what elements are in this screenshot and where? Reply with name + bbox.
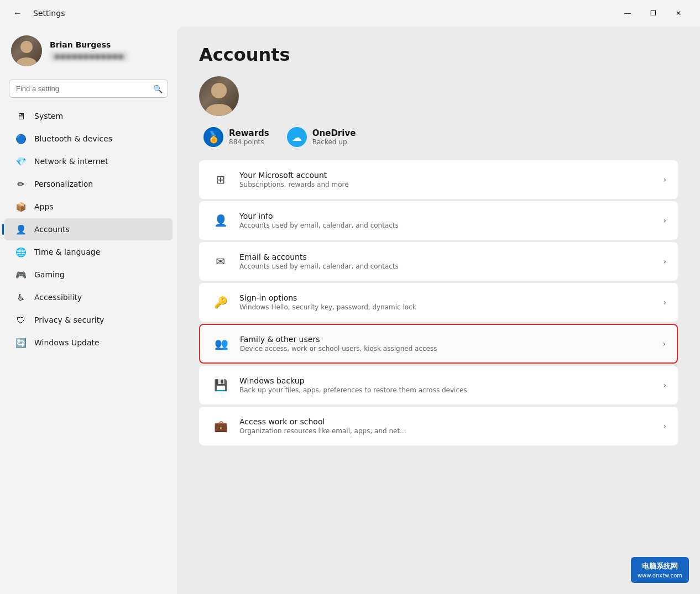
bluetooth-icon: 🔵 xyxy=(15,133,27,144)
search-input[interactable] xyxy=(9,80,168,98)
settings-card-family-users[interactable]: 👥 Family & other users Device access, wo… xyxy=(199,324,678,364)
access-work-title: Access work or school xyxy=(239,417,654,426)
settings-list: ⊞ Your Microsoft account Subscriptions, … xyxy=(199,160,678,445)
gaming-icon: 🎮 xyxy=(15,269,27,280)
window-controls: — ❐ ✕ xyxy=(615,4,691,22)
your-info-title: Your info xyxy=(239,212,654,220)
watermark: 电脑系统网 www.dnxtw.com xyxy=(631,557,689,583)
windows-backup-sub: Back up your files, apps, preferences to… xyxy=(239,386,654,394)
your-info-sub: Accounts used by email, calendar, and co… xyxy=(239,222,654,229)
signin-options-icon: 🔑 xyxy=(211,292,231,312)
signin-options-sub: Windows Hello, security key, password, d… xyxy=(239,303,654,311)
update-icon: 🔄 xyxy=(15,337,27,348)
sidebar-item-network[interactable]: 💎 Network & internet xyxy=(4,150,173,172)
settings-card-windows-backup[interactable]: 💾 Windows backup Back up your files, app… xyxy=(199,366,678,404)
sidebar-item-accessibility[interactable]: ♿ Accessibility xyxy=(4,286,173,308)
privacy-icon: 🛡 xyxy=(15,314,27,325)
onedrive-sub: Backed up xyxy=(312,138,356,146)
access-work-sub: Organization resources like email, apps,… xyxy=(239,427,654,435)
close-button[interactable]: ✕ xyxy=(666,4,691,22)
windows-backup-icon: 💾 xyxy=(211,375,231,395)
settings-card-your-info[interactable]: 👤 Your info Accounts used by email, cale… xyxy=(199,201,678,240)
microsoft-account-icon: ⊞ xyxy=(211,170,231,190)
sidebar-item-system[interactable]: 🖥 System xyxy=(4,105,173,127)
email-accounts-sub: Accounts used by email, calendar, and co… xyxy=(239,262,654,270)
sidebar-item-label: Bluetooth & devices xyxy=(34,134,112,143)
network-icon: 💎 xyxy=(15,156,27,167)
sidebar-item-privacy[interactable]: 🛡 Privacy & security xyxy=(4,309,173,331)
access-work-icon: 💼 xyxy=(211,416,231,436)
user-email: ●●●●●●●●●●●● xyxy=(50,51,128,61)
sidebar-item-label: Time & language xyxy=(34,248,100,256)
microsoft-account-title: Your Microsoft account xyxy=(239,171,654,180)
sidebar-item-label: Accounts xyxy=(34,225,70,234)
back-button[interactable]: ← xyxy=(9,4,27,22)
app-title: Settings xyxy=(33,9,608,18)
sidebar-item-bluetooth[interactable]: 🔵 Bluetooth & devices xyxy=(4,128,173,150)
family-users-sub: Device access, work or school users, kio… xyxy=(240,345,654,353)
sidebar-item-label: Privacy & security xyxy=(34,316,104,324)
signin-options-chevron: › xyxy=(663,298,666,307)
titlebar: ← Settings — ❐ ✕ xyxy=(0,0,700,27)
personalization-icon: ✏️ xyxy=(15,178,27,190)
reward-onedrive[interactable]: ☁ OneDrive Backed up xyxy=(287,127,356,147)
sidebar-item-label: System xyxy=(34,112,63,120)
accounts-icon: 👤 xyxy=(15,224,27,235)
sidebar: Brian Burgess ●●●●●●●●●●●● 🔍 🖥 System 🔵 … xyxy=(0,27,177,594)
microsoft-account-sub: Subscriptions, rewards and more xyxy=(239,181,654,188)
sidebar-item-apps[interactable]: 📦 Apps xyxy=(4,196,173,218)
access-work-chevron: › xyxy=(663,422,666,430)
search-box: 🔍 xyxy=(9,80,168,98)
rewards-label: Rewards xyxy=(229,128,269,138)
user-profile: Brian Burgess ●●●●●●●●●●●● xyxy=(0,27,177,77)
hero-avatar xyxy=(199,76,239,116)
maximize-button[interactable]: ❐ xyxy=(640,4,666,22)
settings-card-access-work[interactable]: 💼 Access work or school Organization res… xyxy=(199,407,678,445)
sidebar-item-label: Gaming xyxy=(34,270,65,279)
sidebar-item-label: Accessibility xyxy=(34,293,82,302)
onedrive-label: OneDrive xyxy=(312,128,356,138)
email-accounts-chevron: › xyxy=(663,257,666,266)
your-info-icon: 👤 xyxy=(211,211,231,230)
sidebar-nav: 🖥 System 🔵 Bluetooth & devices 💎 Network… xyxy=(0,104,177,354)
settings-card-signin-options[interactable]: 🔑 Sign-in options Windows Hello, securit… xyxy=(199,283,678,322)
system-icon: 🖥 xyxy=(15,111,27,122)
accessibility-icon: ♿ xyxy=(15,292,27,303)
rewards-section: 🏅 Rewards 884 points ☁ OneDrive Backed u… xyxy=(203,127,678,147)
sidebar-item-label: Windows Update xyxy=(34,338,100,347)
sidebar-item-personalization[interactable]: ✏️ Personalization xyxy=(4,173,173,195)
microsoft-account-chevron: › xyxy=(663,175,666,184)
email-accounts-icon: ✉ xyxy=(211,251,231,271)
onedrive-icon: ☁ xyxy=(287,127,307,147)
your-info-chevron: › xyxy=(663,216,666,225)
search-icon: 🔍 xyxy=(153,85,163,93)
email-accounts-title: Email & accounts xyxy=(239,253,654,261)
avatar xyxy=(11,35,42,66)
rewards-icon: 🏅 xyxy=(203,127,223,147)
family-users-title: Family & other users xyxy=(240,335,654,344)
minimize-button[interactable]: — xyxy=(615,4,640,22)
family-users-icon: 👥 xyxy=(211,334,231,354)
windows-backup-title: Windows backup xyxy=(239,376,654,385)
time-icon: 🌐 xyxy=(15,246,27,257)
main-content: Accounts 🏅 Rewards 884 points ☁ OneDrive… xyxy=(177,27,700,594)
user-info: Brian Burgess ●●●●●●●●●●●● xyxy=(50,40,128,61)
rewards-sub: 884 points xyxy=(229,138,269,146)
sidebar-item-label: Personalization xyxy=(34,180,93,188)
sidebar-item-time[interactable]: 🌐 Time & language xyxy=(4,241,173,263)
settings-card-microsoft-account[interactable]: ⊞ Your Microsoft account Subscriptions, … xyxy=(199,160,678,199)
sidebar-item-accounts[interactable]: 👤 Accounts xyxy=(4,218,173,240)
sidebar-item-gaming[interactable]: 🎮 Gaming xyxy=(4,264,173,286)
sidebar-item-label: Apps xyxy=(34,202,54,211)
user-name: Brian Burgess xyxy=(50,40,128,49)
settings-card-email-accounts[interactable]: ✉ Email & accounts Accounts used by emai… xyxy=(199,242,678,281)
family-users-chevron: › xyxy=(662,339,666,348)
reward-rewards[interactable]: 🏅 Rewards 884 points xyxy=(203,127,269,147)
sidebar-item-update[interactable]: 🔄 Windows Update xyxy=(4,332,173,354)
windows-backup-chevron: › xyxy=(663,381,666,390)
signin-options-title: Sign-in options xyxy=(239,293,654,302)
page-title: Accounts xyxy=(199,44,678,65)
sidebar-item-label: Network & internet xyxy=(34,157,108,166)
apps-icon: 📦 xyxy=(15,201,27,212)
account-hero xyxy=(199,76,678,116)
